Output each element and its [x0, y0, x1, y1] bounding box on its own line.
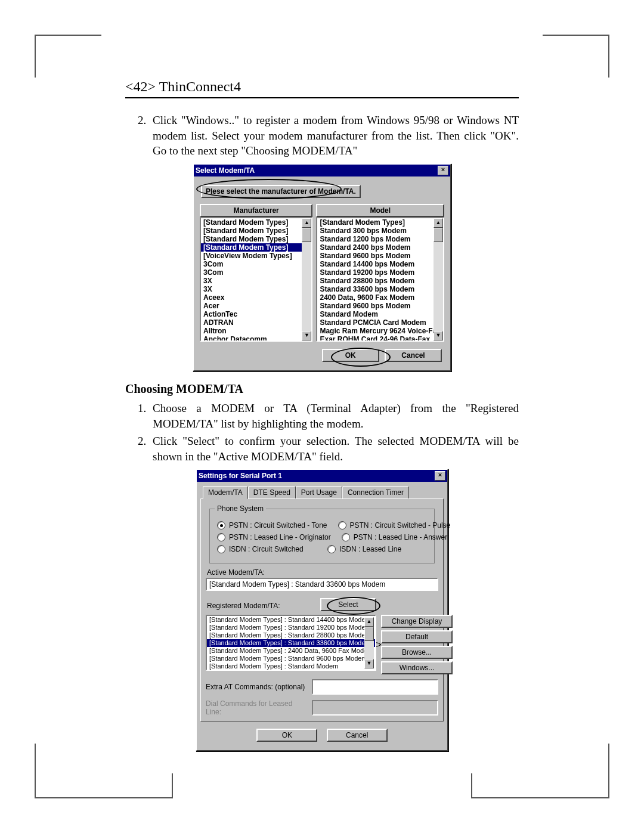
phone-system-legend: Phone System: [215, 504, 266, 513]
radio-label: ISDN : Circuit Switched: [229, 545, 304, 553]
radio-option[interactable]: ISDN : Circuit Switched: [217, 545, 317, 553]
dial-commands-input: [312, 700, 438, 716]
manufacturer-listbox[interactable]: [Standard Modem Types][Standard Modem Ty…: [200, 217, 312, 342]
radio-option[interactable]: PSTN : Leased Line - Originator: [217, 533, 331, 541]
choosing-step-1: Choose a MODEM or TA (Terminal Adapter) …: [149, 401, 519, 431]
ok-button[interactable]: OK: [256, 729, 317, 742]
scroll-thumb[interactable]: [364, 627, 374, 641]
list-item[interactable]: [Standard Modem Types]: [317, 218, 443, 227]
list-item[interactable]: Acer: [201, 302, 311, 310]
list-item[interactable]: Anchor Datacomm: [201, 335, 311, 342]
radio-icon: [217, 545, 225, 553]
close-icon[interactable]: ×: [435, 471, 445, 481]
radio-label: PSTN : Leased Line - Originator: [229, 533, 331, 541]
list-item[interactable]: 3X: [201, 285, 311, 293]
list-item[interactable]: Standard 28800 bps Modem: [317, 277, 443, 285]
change-display-button[interactable]: Change Display: [381, 615, 453, 628]
active-modem-field: [Standard Modem Types] : Standard 33600 …: [206, 578, 438, 591]
scroll-up-icon[interactable]: ▲: [364, 617, 374, 627]
dialog2-titlebar[interactable]: Settings for Serial Port 1 ×: [197, 470, 447, 482]
list-item[interactable]: [Standard Modem Types] : 2400 Data, 9600…: [207, 647, 375, 655]
radio-icon: [217, 533, 225, 541]
windows-button[interactable]: Windows...: [381, 661, 453, 674]
radio-label: PSTN : Circuit Switched - Tone: [229, 521, 327, 529]
list-item[interactable]: 3X: [201, 277, 311, 285]
radio-label: PSTN : Leased Line - Answer: [354, 533, 447, 541]
cancel-button[interactable]: Cancel: [327, 729, 388, 742]
model-listbox[interactable]: [Standard Modem Types]Standard 300 bps M…: [316, 217, 444, 342]
list-item[interactable]: Standard 9600 bps Modem: [317, 252, 443, 260]
scroll-down-icon[interactable]: ▼: [302, 331, 311, 340]
list-item[interactable]: Aceex: [201, 293, 311, 302]
scroll-up-icon[interactable]: ▲: [302, 218, 311, 228]
radio-icon: [338, 521, 346, 529]
tab-dte-speed[interactable]: DTE Speed: [248, 486, 296, 499]
extra-at-input[interactable]: [312, 679, 438, 695]
list-item[interactable]: 3Com: [201, 268, 311, 277]
list-item[interactable]: Standard Modem: [317, 310, 443, 318]
registered-scrollbar[interactable]: ▲ ▼: [364, 617, 374, 668]
registered-modem-listbox[interactable]: [Standard Modem Types] : Standard 14400 …: [206, 615, 376, 671]
dialog1-prompt: Plese select the manufacturer of Modem/T…: [201, 185, 361, 198]
choosing-step-2: Click "Select" to confirm your selection…: [149, 433, 519, 464]
list-item[interactable]: Standard 9600 bps Modem: [317, 302, 443, 310]
list-item[interactable]: [Standard Modem Types]: [201, 227, 311, 235]
list-item[interactable]: [Standard Modem Types]: [201, 243, 311, 252]
tab-port-usage[interactable]: Port Usage: [296, 486, 342, 499]
list-item[interactable]: Standard 2400 bps Modem: [317, 243, 443, 252]
list-item[interactable]: Standard 19200 bps Modem: [317, 268, 443, 277]
list-item[interactable]: Magic Ram Mercury 9624 Voice-Fax: [317, 327, 443, 335]
dialog2-title: Settings for Serial Port 1: [199, 472, 282, 480]
list-item[interactable]: [Standard Modem Types] : Standard Modem: [207, 662, 375, 670]
list-item[interactable]: Exar ROHM Card 24-96 Data-Fax: [317, 335, 443, 342]
radio-option[interactable]: PSTN : Circuit Switched - Pulse: [338, 521, 451, 529]
list-item[interactable]: [Standard Modem Types] : Standard 14400 …: [207, 616, 375, 624]
scroll-down-icon[interactable]: ▼: [434, 331, 443, 340]
radio-option[interactable]: ISDN : Leased Line: [327, 545, 427, 553]
list-item[interactable]: Standard 14400 bps Modem: [317, 260, 443, 268]
scroll-thumb[interactable]: [302, 228, 311, 242]
list-item[interactable]: [Standard Modem Types]: [201, 218, 311, 227]
dialog1-title: Select Modem/TA: [196, 166, 255, 175]
list-item[interactable]: [Standard Modem Types] : Standard 19200 …: [207, 624, 375, 631]
serial-port-settings-dialog: Settings for Serial Port 1 × Modem/TADTE…: [196, 469, 448, 751]
select-button[interactable]: Select: [320, 598, 376, 611]
registered-modem-label: Registered Modem/TA:: [207, 602, 314, 610]
scroll-down-icon[interactable]: ▼: [364, 659, 374, 668]
browse-button[interactable]: Browse...: [381, 646, 453, 659]
tab-connection-timer[interactable]: Connection Timer: [342, 486, 409, 499]
list-item[interactable]: 3Com: [201, 260, 311, 268]
choosing-steps: Choose a MODEM or TA (Terminal Adapter) …: [125, 401, 519, 465]
ok-button[interactable]: OK: [322, 349, 379, 362]
list-item[interactable]: Standard 1200 bps Modem: [317, 235, 443, 243]
active-modem-label: Active Modem/TA:: [207, 568, 437, 577]
radio-label: ISDN : Leased Line: [339, 545, 401, 553]
list-item[interactable]: 2400 Data, 9600 Fax Modem: [317, 293, 443, 302]
list-item[interactable]: ADTRAN: [201, 318, 311, 327]
scroll-thumb[interactable]: [434, 228, 443, 242]
scroll-up-icon[interactable]: ▲: [434, 218, 443, 228]
dialog1-titlebar[interactable]: Select Modem/TA ×: [194, 165, 450, 176]
list-item[interactable]: [Standard Modem Types] : Standard 9600 b…: [207, 655, 375, 662]
radio-icon: [342, 533, 350, 541]
cancel-button[interactable]: Cancel: [385, 349, 442, 362]
list-item[interactable]: [Standard Modem Types] : Standard 33600 …: [207, 639, 375, 647]
tab-modem-ta[interactable]: Modem/TA: [203, 486, 248, 499]
section-title: Choosing MODEM/TA: [125, 382, 519, 396]
list-item[interactable]: Alltron: [201, 327, 311, 335]
manufacturer-scrollbar[interactable]: ▲ ▼: [302, 218, 311, 340]
manufacturer-header: Manufacturer: [200, 204, 312, 217]
list-item[interactable]: [Standard Modem Types] : Standard 28800 …: [207, 631, 375, 639]
list-item[interactable]: Standard 33600 bps Modem: [317, 285, 443, 293]
extra-at-label: Extra AT Commands: (optional): [206, 683, 307, 691]
list-item[interactable]: Standard 300 bps Modem: [317, 227, 443, 235]
list-item[interactable]: [VoiceView Modem Types]: [201, 252, 311, 260]
list-item[interactable]: ActionTec: [201, 310, 311, 318]
list-item[interactable]: Standard PCMCIA Card Modem: [317, 318, 443, 327]
radio-option[interactable]: PSTN : Leased Line - Answer: [342, 533, 447, 541]
default-button[interactable]: Default: [381, 630, 453, 643]
close-icon[interactable]: ×: [438, 166, 448, 175]
model-scrollbar[interactable]: ▲ ▼: [434, 218, 443, 340]
list-item[interactable]: [Standard Modem Types]: [201, 235, 311, 243]
radio-option[interactable]: PSTN : Circuit Switched - Tone: [217, 521, 327, 529]
